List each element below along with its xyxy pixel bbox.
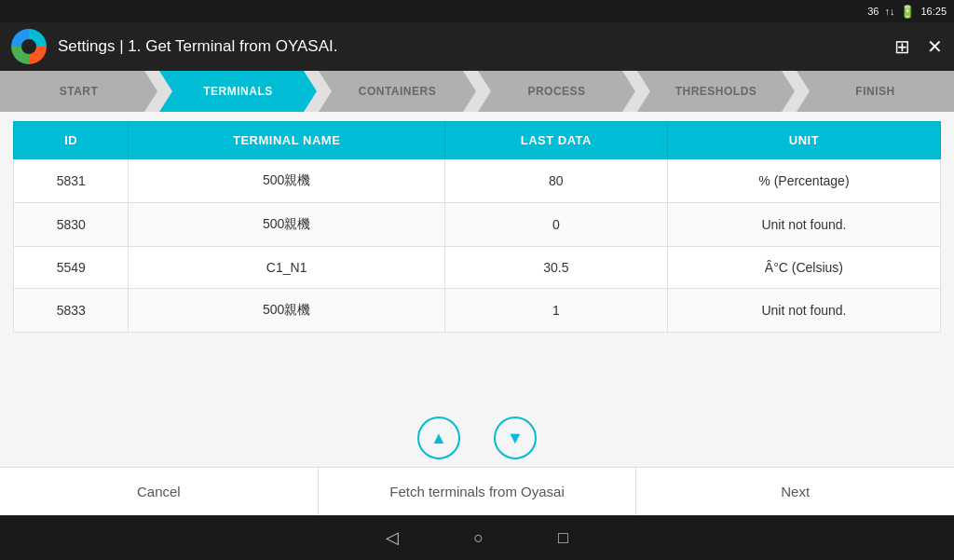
android-nav: ◁ ○ □ bbox=[0, 515, 954, 560]
table-container: ID TERMINAL NAME LAST DATA UNIT 5831 500… bbox=[0, 112, 954, 405]
stepper: START TERMINALS CONTAINERS PROCESS THRES… bbox=[0, 71, 954, 112]
back-icon[interactable]: ◁ bbox=[386, 527, 399, 548]
signal-indicator: 36 bbox=[867, 6, 879, 17]
cell-unit: Unit not found. bbox=[667, 289, 940, 333]
step-containers[interactable]: CONTAINERS bbox=[319, 71, 476, 112]
cell-id: 5549 bbox=[14, 247, 129, 289]
bottom-bar: Cancel Fetch terminals from Oyasai Next bbox=[0, 467, 954, 515]
main-content: START TERMINALS CONTAINERS PROCESS THRES… bbox=[0, 71, 954, 515]
cell-id: 5830 bbox=[14, 203, 129, 247]
grid-icon: ⊞ bbox=[894, 36, 910, 57]
table-row[interactable]: 5830 500親機 0 Unit not found. bbox=[14, 203, 941, 247]
clock: 16:25 bbox=[920, 6, 947, 17]
status-bar: 36 ↑↓ 🔋 16:25 bbox=[0, 0, 954, 22]
close-icon: ✕ bbox=[927, 36, 943, 57]
up-arrow-icon: ▲ bbox=[430, 429, 447, 448]
close-button[interactable]: ✕ bbox=[927, 37, 943, 56]
signal-unit: ↑↓ bbox=[884, 6, 894, 17]
step-start[interactable]: START bbox=[0, 71, 157, 112]
cell-id: 5831 bbox=[14, 159, 129, 203]
table-row[interactable]: 5833 500親機 1 Unit not found. bbox=[14, 289, 941, 333]
next-button[interactable]: Next bbox=[636, 468, 954, 515]
cell-name: 500親機 bbox=[129, 203, 444, 247]
table-header-row: ID TERMINAL NAME LAST DATA UNIT bbox=[14, 122, 941, 159]
col-terminal-name: TERMINAL NAME bbox=[129, 122, 444, 159]
scroll-up-button[interactable]: ▲ bbox=[417, 417, 460, 459]
app-logo bbox=[11, 29, 47, 64]
cell-last-data: 0 bbox=[444, 203, 667, 247]
recent-icon[interactable]: □ bbox=[558, 528, 568, 548]
cell-last-data: 1 bbox=[444, 289, 667, 333]
home-icon[interactable]: ○ bbox=[473, 528, 484, 548]
step-finish[interactable]: FINISH bbox=[797, 71, 954, 112]
col-last-data: LAST DATA bbox=[444, 122, 667, 159]
step-terminals[interactable]: TERMINALS bbox=[159, 71, 317, 112]
title-actions: ⊞ ✕ bbox=[894, 37, 943, 56]
scroll-down-button[interactable]: ▼ bbox=[494, 417, 537, 459]
title-bar: Settings | 1. Get Terminal from OYASAI. … bbox=[0, 22, 954, 71]
table-row[interactable]: 5831 500親機 80 % (Percentage) bbox=[14, 159, 941, 203]
col-unit: UNIT bbox=[667, 122, 940, 159]
cell-last-data: 80 bbox=[444, 159, 667, 203]
cell-name: 500親機 bbox=[129, 289, 444, 333]
step-process[interactable]: PROCESS bbox=[478, 71, 635, 112]
page-title: Settings | 1. Get Terminal from OYASAI. bbox=[58, 37, 883, 56]
cancel-button[interactable]: Cancel bbox=[0, 468, 319, 515]
cell-name: 500親機 bbox=[129, 159, 444, 203]
cell-unit: Â°C (Celsius) bbox=[667, 247, 940, 289]
cell-name: C1_N1 bbox=[129, 247, 444, 289]
cell-unit: % (Percentage) bbox=[667, 159, 940, 203]
battery-icon: 🔋 bbox=[900, 5, 915, 19]
fetch-button[interactable]: Fetch terminals from Oyasai bbox=[319, 468, 637, 515]
cell-last-data: 30.5 bbox=[444, 247, 667, 289]
cell-id: 5833 bbox=[14, 289, 129, 333]
cell-unit: Unit not found. bbox=[667, 203, 940, 247]
down-arrow-icon: ▼ bbox=[507, 429, 524, 448]
table-row[interactable]: 5549 C1_N1 30.5 Â°C (Celsius) bbox=[14, 247, 941, 289]
col-id: ID bbox=[14, 122, 129, 159]
terminals-table: ID TERMINAL NAME LAST DATA UNIT 5831 500… bbox=[13, 121, 941, 333]
nav-arrows: ▲ ▼ bbox=[0, 405, 954, 467]
step-thresholds[interactable]: THRESHOLDS bbox=[637, 71, 795, 112]
grid-button[interactable]: ⊞ bbox=[894, 37, 910, 56]
